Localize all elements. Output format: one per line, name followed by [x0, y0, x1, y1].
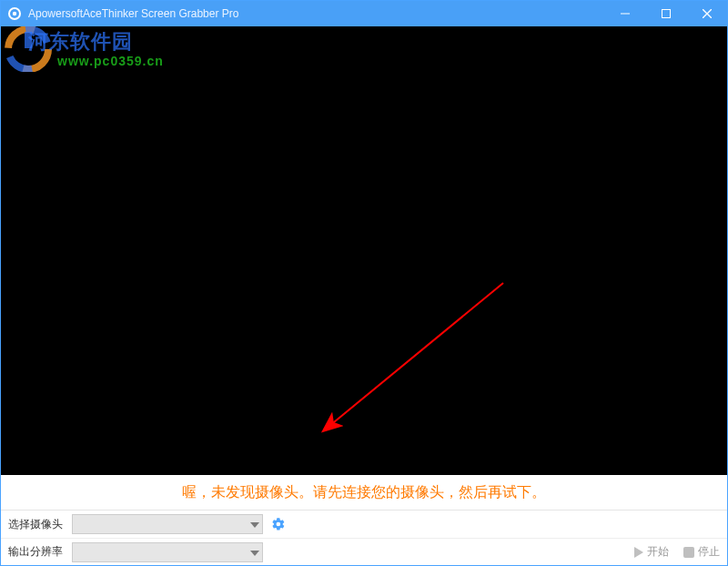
start-button-label: 开始 [647, 544, 669, 560]
resolution-select[interactable] [72, 542, 263, 562]
svg-point-2 [13, 12, 16, 15]
svg-rect-4 [662, 10, 670, 18]
camera-row: 选择摄像头 [1, 510, 727, 538]
maximize-button[interactable] [645, 1, 686, 26]
status-message: 喔，未发现摄像头。请先连接您的摄像头，然后再试下。 [182, 483, 546, 502]
stop-icon [683, 547, 694, 558]
minimize-icon [621, 9, 630, 18]
camera-select[interactable] [72, 514, 263, 534]
stop-button[interactable]: 停止 [683, 544, 720, 560]
stop-button-label: 停止 [698, 544, 720, 560]
status-bar: 喔，未发现摄像头。请先连接您的摄像头，然后再试下。 [1, 475, 727, 510]
window-title: ApowersoftAceThinker Screen Grabber Pro [28, 1, 238, 26]
play-icon [634, 547, 643, 558]
gear-icon [271, 517, 286, 531]
app-window: ApowersoftAceThinker Screen Grabber Pro … [0, 0, 728, 566]
resolution-label: 输出分辨率 [8, 544, 72, 560]
resolution-row: 输出分辨率 开始 停止 [1, 538, 727, 565]
minimize-button[interactable] [604, 1, 645, 26]
app-icon [6, 5, 23, 22]
window-controls [604, 1, 727, 26]
titlebar: ApowersoftAceThinker Screen Grabber Pro [1, 1, 727, 26]
camera-preview [1, 26, 727, 475]
start-button[interactable]: 开始 [634, 544, 669, 560]
controls-panel: 选择摄像头 输出分辨率 [1, 510, 727, 565]
camera-label: 选择摄像头 [8, 517, 72, 532]
close-button[interactable] [686, 1, 727, 26]
camera-settings-button[interactable] [270, 516, 287, 532]
maximize-icon [662, 9, 671, 18]
close-icon [703, 9, 712, 18]
playback-controls: 开始 停止 [634, 544, 720, 560]
svg-rect-3 [621, 14, 630, 15]
